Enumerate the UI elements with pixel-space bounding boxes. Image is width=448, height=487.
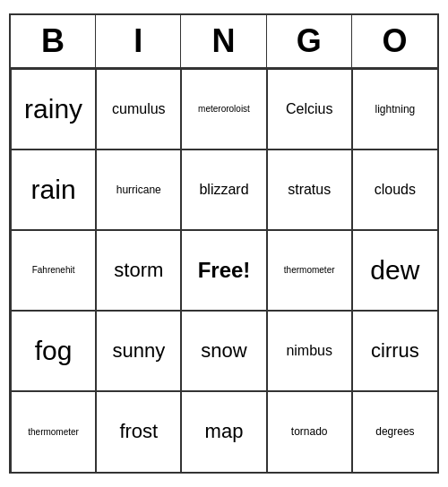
cell-text: degrees xyxy=(375,425,414,438)
bingo-cell-r2-c2: Free! xyxy=(181,230,266,311)
bingo-cell-r4-c3: tornado xyxy=(267,391,352,472)
cell-text: tornado xyxy=(291,425,328,438)
header-letter-g: G xyxy=(267,15,352,67)
cell-text: dew xyxy=(370,254,419,286)
header-letter-b: B xyxy=(11,15,96,67)
cell-text: frost xyxy=(119,420,158,443)
cell-text: hurricane xyxy=(116,184,161,196)
bingo-cell-r4-c0: thermometer xyxy=(11,391,96,472)
bingo-cell-r0-c3: Celcius xyxy=(267,69,352,150)
cell-text: storm xyxy=(114,259,163,282)
bingo-card: BINGO rainycumulusmeteroroloistCelciusli… xyxy=(9,13,439,474)
cell-text: Fahrenehit xyxy=(32,265,75,276)
bingo-cell-r1-c3: stratus xyxy=(267,150,352,230)
bingo-cell-r1-c0: rain xyxy=(11,150,96,230)
cell-text: sunny xyxy=(112,339,165,363)
header-letter-i: I xyxy=(96,15,181,67)
bingo-cell-r3-c4: cirrus xyxy=(352,311,437,391)
bingo-cell-r1-c1: hurricane xyxy=(96,150,181,230)
bingo-cell-r3-c1: sunny xyxy=(96,311,181,391)
cell-text: fog xyxy=(35,335,73,367)
cell-text: blizzard xyxy=(199,181,248,198)
header-letter-o: O xyxy=(352,15,437,67)
bingo-cell-r3-c3: nimbus xyxy=(267,311,352,391)
bingo-cell-r2-c4: dew xyxy=(352,230,437,311)
cell-text: map xyxy=(205,420,244,443)
bingo-cell-r4-c2: map xyxy=(181,391,266,472)
bingo-cell-r3-c2: snow xyxy=(181,311,266,391)
bingo-cell-r3-c0: fog xyxy=(11,311,96,391)
cell-text: nimbus xyxy=(286,342,332,359)
bingo-cell-r1-c4: clouds xyxy=(352,150,437,230)
bingo-cell-r0-c2: meteroroloist xyxy=(181,69,266,150)
bingo-header: BINGO xyxy=(11,15,437,69)
cell-text: snow xyxy=(201,339,246,363)
bingo-cell-r4-c4: degrees xyxy=(352,391,437,472)
cell-text: meteroroloist xyxy=(198,104,250,115)
cell-text: cirrus xyxy=(371,339,419,363)
cell-text: thermometer xyxy=(28,427,79,438)
cell-text: rain xyxy=(31,174,76,206)
cell-text: thermometer xyxy=(284,265,335,276)
cell-text: rainy xyxy=(24,93,82,125)
bingo-grid: rainycumulusmeteroroloistCelciuslightnin… xyxy=(11,69,437,472)
cell-text: Celcius xyxy=(286,100,332,117)
bingo-cell-r4-c1: frost xyxy=(96,391,181,472)
cell-text: cumulus xyxy=(112,100,166,117)
header-letter-n: N xyxy=(181,15,266,67)
cell-text: Free! xyxy=(198,258,251,284)
cell-text: clouds xyxy=(375,181,416,198)
bingo-cell-r2-c3: thermometer xyxy=(267,230,352,311)
cell-text: lightning xyxy=(375,103,416,115)
bingo-cell-r0-c4: lightning xyxy=(352,69,437,150)
bingo-cell-r0-c0: rainy xyxy=(11,69,96,150)
cell-text: stratus xyxy=(288,181,331,198)
bingo-cell-r2-c1: storm xyxy=(96,230,181,311)
bingo-cell-r2-c0: Fahrenehit xyxy=(11,230,96,311)
bingo-cell-r0-c1: cumulus xyxy=(96,69,181,150)
bingo-cell-r1-c2: blizzard xyxy=(181,150,266,230)
